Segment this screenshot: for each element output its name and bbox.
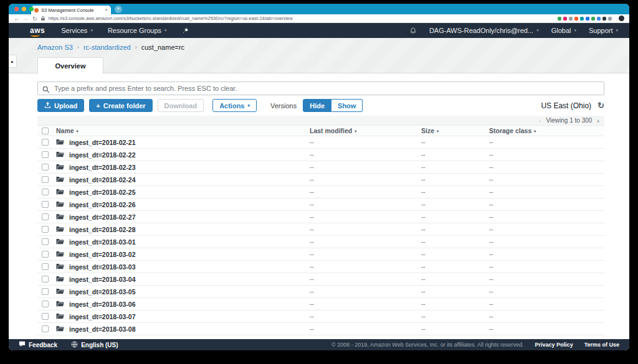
object-name-link[interactable]: ingest_dt=2018-03-06 (69, 301, 136, 308)
object-name-link[interactable]: ingest_dt=2018-02-25 (69, 189, 136, 196)
row-checkbox[interactable] (42, 263, 49, 270)
versions-show-button[interactable]: Show (331, 99, 363, 112)
extension-icon[interactable] (602, 17, 606, 21)
notifications-bell-icon[interactable] (409, 27, 417, 35)
versions-hide-button[interactable]: Hide (303, 99, 331, 112)
object-name-link[interactable]: ingest_dt=2018-02-28 (69, 226, 136, 233)
last-modified-value: -- (310, 301, 421, 307)
storage-class-value: -- (489, 288, 604, 295)
extension-icon[interactable] (558, 17, 561, 21)
row-checkbox[interactable] (42, 164, 49, 170)
table-row: ingest_dt=2018-03-03 -- -- -- (37, 261, 604, 273)
row-checkbox[interactable] (42, 288, 49, 295)
object-name-link[interactable]: ingest_dt=2018-03-05 (69, 288, 136, 296)
size-value: -- (421, 151, 489, 158)
close-tab-icon[interactable]: × (105, 7, 108, 12)
object-name-link[interactable]: ingest_dt=2018-02-26 (69, 201, 136, 208)
actions-dropdown-button[interactable]: Actions ▾ (212, 99, 257, 112)
minimize-window-button[interactable] (22, 7, 26, 11)
object-name-link[interactable]: ingest_dt=2018-03-01 (69, 238, 136, 246)
feedback-button[interactable]: Feedback (19, 341, 57, 348)
object-name-link[interactable]: ingest_dt=2018-02-24 (69, 176, 136, 184)
row-checkbox[interactable] (42, 226, 49, 233)
column-header-storage-class[interactable]: Storage class▾ (489, 127, 604, 134)
privacy-policy-link[interactable]: Privacy Policy (535, 342, 573, 348)
previous-page-icon[interactable]: ‹ (539, 117, 541, 124)
row-checkbox[interactable] (42, 139, 49, 146)
address-url[interactable]: https://s3.console.aws.amazon.com/s3/buc… (49, 16, 293, 21)
reload-icon[interactable]: ↻ (32, 16, 37, 22)
row-checkbox[interactable] (42, 151, 49, 158)
back-icon[interactable]: ← (14, 16, 19, 22)
storage-class-value: -- (489, 201, 604, 208)
row-checkbox[interactable] (42, 276, 49, 282)
row-checkbox[interactable] (42, 238, 49, 245)
object-name-link[interactable]: ingest_dt=2018-03-07 (69, 313, 136, 320)
object-name-link[interactable]: ingest_dt=2018-02-21 (69, 139, 136, 146)
tab-overview[interactable]: Overview (37, 57, 103, 73)
new-tab-button[interactable]: + (115, 6, 122, 13)
object-name-link[interactable]: ingest_dt=2018-03-02 (69, 251, 136, 258)
breadcrumb-amazon-s3[interactable]: Amazon S3 (37, 44, 73, 51)
upload-button[interactable]: Upload (37, 99, 84, 112)
browser-tab[interactable]: S3 Management Console × (31, 6, 111, 14)
extension-icon[interactable] (608, 17, 612, 21)
column-header-size[interactable]: Size▾ (421, 127, 489, 134)
folder-icon (56, 276, 64, 282)
terms-of-use-link[interactable]: Terms of Use (584, 342, 619, 348)
extension-icon[interactable] (569, 17, 573, 21)
sort-caret-icon: ▾ (534, 129, 536, 133)
zoom-window-button[interactable] (29, 7, 34, 11)
extension-icon[interactable] (586, 17, 589, 21)
profile-avatar[interactable] (619, 16, 624, 21)
row-checkbox[interactable] (42, 201, 49, 208)
object-name-link[interactable]: ingest_dt=2018-03-08 (69, 325, 136, 333)
size-value: -- (421, 276, 489, 282)
table-row: ingest_dt=2018-02-26 -- -- -- (37, 198, 604, 211)
extension-icon[interactable] (574, 17, 578, 21)
extension-icon[interactable] (580, 17, 584, 21)
extension-icon[interactable] (591, 17, 595, 21)
object-name-link[interactable]: ingest_dt=2018-02-22 (69, 151, 136, 159)
storage-class-value: -- (489, 238, 604, 245)
row-checkbox[interactable] (42, 251, 49, 258)
table-row: ingest_dt=2018-03-01 -- -- -- (37, 236, 604, 248)
pagination-bar: ‹ Viewing 1 to 300 › (37, 116, 604, 125)
row-checkbox[interactable] (42, 325, 49, 332)
language-selector[interactable]: English (US) (71, 341, 118, 349)
forward-icon[interactable]: → (23, 16, 29, 22)
table-header-row: Name▾ Last modified▾ Size▾ Storage class… (37, 125, 604, 136)
size-value: -- (421, 325, 489, 332)
prefix-search-input[interactable] (37, 82, 604, 95)
storage-class-value: -- (489, 226, 604, 233)
sidebar-expand-handle[interactable]: ▶ (9, 55, 17, 68)
size-value: -- (421, 164, 489, 170)
extension-icon[interactable] (597, 17, 601, 21)
next-page-icon[interactable]: › (597, 117, 599, 124)
support-menu[interactable]: Support▾ (589, 27, 618, 34)
object-name-link[interactable]: ingest_dt=2018-02-23 (69, 164, 136, 171)
column-header-name[interactable]: Name▾ (56, 127, 310, 134)
row-checkbox[interactable] (42, 213, 49, 220)
pin-icon[interactable] (182, 27, 189, 34)
extension-icon[interactable] (563, 17, 567, 21)
account-menu[interactable]: DAG-AWS-ReadOnly/chris@red...▾ (429, 27, 539, 34)
refresh-icon[interactable]: ↻ (598, 101, 604, 110)
object-name-link[interactable]: ingest_dt=2018-02-27 (69, 213, 136, 221)
resource-groups-menu[interactable]: Resource Groups▾ (108, 27, 167, 34)
aws-logo[interactable]: aws (30, 26, 45, 35)
row-checkbox[interactable] (42, 313, 49, 320)
row-checkbox[interactable] (42, 176, 49, 183)
row-checkbox[interactable] (42, 189, 49, 195)
object-name-link[interactable]: ingest_dt=2018-03-03 (69, 263, 136, 271)
aws-smile-icon (31, 34, 40, 37)
select-all-checkbox[interactable] (42, 128, 49, 134)
create-folder-button[interactable]: + Create folder (89, 99, 152, 112)
close-window-button[interactable] (14, 7, 19, 11)
row-checkbox[interactable] (42, 301, 49, 307)
object-name-link[interactable]: ingest_dt=2018-03-04 (69, 276, 136, 283)
region-menu[interactable]: Global▾ (551, 27, 576, 34)
column-header-last-modified[interactable]: Last modified▾ (310, 127, 421, 134)
breadcrumb-bucket[interactable]: rc-standardized (83, 44, 131, 51)
services-menu[interactable]: Services▾ (61, 27, 93, 34)
